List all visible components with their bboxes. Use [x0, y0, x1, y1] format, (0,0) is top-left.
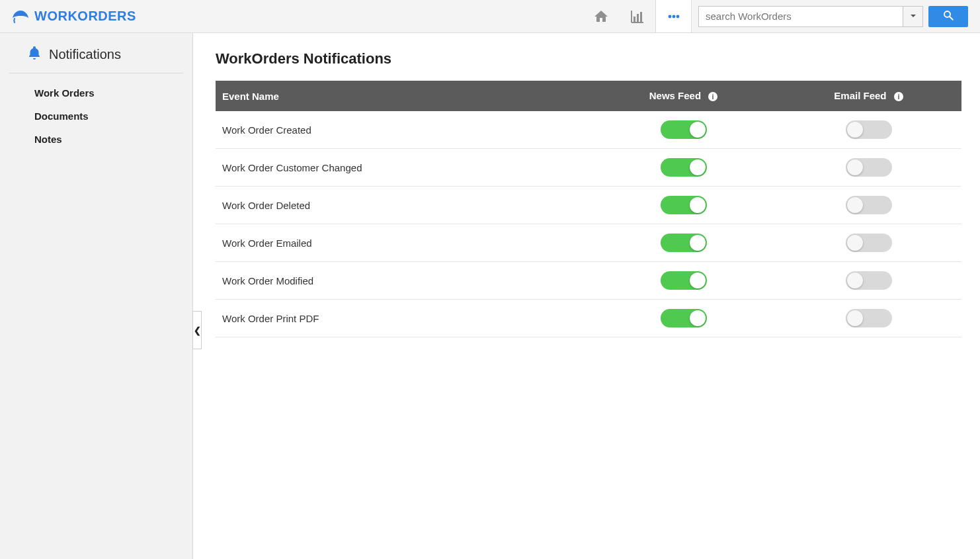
- svg-rect-2: [633, 17, 635, 22]
- col-event-header: Event Name: [216, 81, 591, 111]
- toggle-news[interactable]: [661, 196, 707, 214]
- table-row: Work Order Customer Changed: [216, 149, 961, 187]
- svg-line-9: [950, 17, 953, 20]
- cell-event: Work Order Emailed: [216, 224, 591, 262]
- top-bar: WORKORDERS: [0, 0, 980, 33]
- topbar-icons: [583, 0, 692, 32]
- toggle-email[interactable]: [846, 271, 892, 290]
- cell-email: [776, 262, 961, 300]
- sidebar-header: Notifications: [9, 41, 183, 73]
- cell-news: [591, 224, 776, 262]
- chart-button[interactable]: [619, 0, 655, 32]
- sidebar-collapse-button[interactable]: ❮: [192, 311, 202, 349]
- sidebar-item-label: Notes: [34, 134, 62, 145]
- info-icon[interactable]: i: [893, 91, 904, 102]
- cell-event: Work Order Modified: [216, 262, 591, 300]
- sidebar-item-documents[interactable]: Documents: [0, 105, 192, 128]
- cell-event: Work Order Customer Changed: [216, 149, 591, 187]
- chevron-left-icon: ❮: [194, 325, 201, 335]
- sidebar-list: Work Orders Documents Notes: [0, 79, 192, 151]
- col-news-header: News Feed i: [591, 81, 776, 111]
- main-content: WorkOrders Notifications Event Name News…: [193, 33, 980, 559]
- toggle-news[interactable]: [661, 234, 707, 252]
- toggle-knob: [690, 235, 706, 251]
- cell-email: [776, 224, 961, 262]
- search-box: [698, 6, 923, 27]
- toggle-knob: [690, 310, 706, 326]
- search-input[interactable]: [699, 7, 903, 26]
- cell-event: Work Order Print PDF: [216, 300, 591, 337]
- search-button[interactable]: [928, 6, 968, 27]
- table-header-row: Event Name News Feed i Email Feed i: [216, 81, 961, 111]
- event-name-label: Work Order Print PDF: [222, 313, 319, 324]
- event-name-label: Work Order Created: [222, 124, 311, 136]
- table-row: Work Order Deleted: [216, 187, 961, 224]
- cell-email: [776, 111, 961, 149]
- brand[interactable]: WORKORDERS: [12, 9, 136, 24]
- notifications-table: Event Name News Feed i Email Feed i: [216, 81, 961, 337]
- info-icon[interactable]: i: [708, 91, 718, 102]
- svg-point-6: [672, 15, 675, 18]
- bell-icon: [26, 45, 42, 64]
- cell-event: Work Order Created: [216, 111, 591, 149]
- col-news-label: News Feed: [649, 90, 701, 101]
- svg-rect-4: [640, 12, 642, 22]
- toggle-email[interactable]: [846, 158, 892, 177]
- search-icon: [942, 9, 954, 24]
- sidebar-item-work-orders[interactable]: Work Orders: [0, 81, 192, 105]
- page-title: WorkOrders Notifications: [216, 50, 961, 67]
- sidebar-title: Notifications: [49, 47, 121, 62]
- toggle-knob: [847, 235, 863, 251]
- svg-text:i: i: [712, 93, 714, 101]
- col-event-label: Event Name: [222, 91, 279, 102]
- toggle-news[interactable]: [661, 309, 707, 327]
- svg-point-7: [676, 15, 679, 18]
- event-name-label: Work Order Deleted: [222, 200, 310, 211]
- table-row: Work Order Emailed: [216, 224, 961, 262]
- table-row: Work Order Modified: [216, 262, 961, 300]
- toggle-knob: [847, 159, 863, 175]
- bar-chart-icon: [630, 9, 645, 24]
- search-dropdown[interactable]: [903, 7, 922, 26]
- sidebar: Notifications Work Orders Documents Note…: [0, 33, 193, 559]
- cell-news: [591, 187, 776, 224]
- cell-event: Work Order Deleted: [216, 187, 591, 224]
- toggle-knob: [847, 310, 863, 326]
- more-button[interactable]: [655, 0, 692, 32]
- toggle-email[interactable]: [846, 196, 892, 214]
- brand-text: WORKORDERS: [34, 9, 136, 24]
- sidebar-item-label: Documents: [34, 110, 89, 122]
- toggle-knob: [847, 197, 863, 213]
- table-row: Work Order Print PDF: [216, 300, 961, 337]
- toggle-email[interactable]: [846, 234, 892, 252]
- toggle-knob: [690, 273, 706, 288]
- sidebar-item-notes[interactable]: Notes: [0, 128, 192, 151]
- toggle-knob: [690, 159, 706, 175]
- svg-text:i: i: [897, 93, 899, 101]
- home-button[interactable]: [583, 0, 619, 32]
- cell-news: [591, 262, 776, 300]
- ellipsis-icon: [666, 9, 682, 24]
- col-email-label: Email Feed: [834, 90, 886, 101]
- chevron-down-icon: [909, 11, 917, 22]
- cell-news: [591, 111, 776, 149]
- toggle-email[interactable]: [846, 309, 892, 327]
- toggle-knob: [690, 122, 706, 138]
- event-name-label: Work Order Modified: [222, 275, 313, 286]
- cell-email: [776, 149, 961, 187]
- cell-email: [776, 300, 961, 337]
- toggle-news[interactable]: [661, 271, 707, 290]
- toggle-news[interactable]: [661, 158, 707, 177]
- toggle-knob: [847, 273, 863, 288]
- cell-email: [776, 187, 961, 224]
- event-name-label: Work Order Emailed: [222, 237, 312, 249]
- toggle-knob: [690, 197, 706, 213]
- table-row: Work Order Created: [216, 111, 961, 149]
- cell-news: [591, 300, 776, 337]
- svg-point-5: [668, 15, 671, 18]
- event-name-label: Work Order Customer Changed: [222, 162, 362, 173]
- toggle-email[interactable]: [846, 120, 892, 139]
- toggle-knob: [847, 122, 863, 138]
- toggle-news[interactable]: [661, 120, 707, 139]
- cell-news: [591, 149, 776, 187]
